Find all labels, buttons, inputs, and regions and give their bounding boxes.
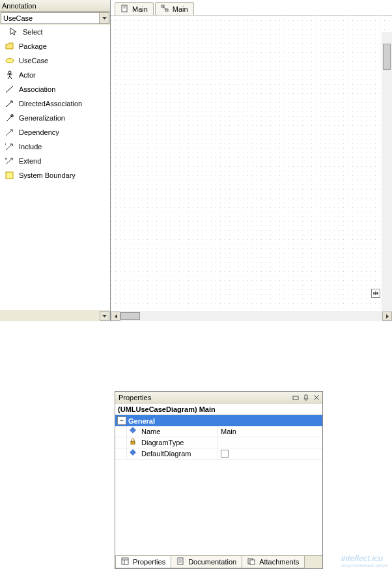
- svg-line-20: [163, 7, 167, 9]
- scrollbar-thumb[interactable]: [383, 44, 391, 70]
- scroll-right-button[interactable]: [382, 312, 392, 321]
- diagram-canvas[interactable]: [111, 16, 392, 311]
- tab-label: Attachments: [259, 558, 299, 566]
- dropdown-arrow-icon[interactable]: [99, 13, 109, 23]
- svg-text:i: i: [5, 142, 6, 146]
- lock-icon: [130, 438, 139, 447]
- property-row-name[interactable]: Name Main: [115, 426, 322, 437]
- svg-rect-18: [161, 5, 164, 7]
- palette-item-label: Actor: [19, 71, 36, 79]
- svg-line-4: [8, 76, 10, 79]
- dependency-icon: [5, 128, 14, 137]
- checkbox[interactable]: [221, 450, 229, 458]
- palette-item-list: Select Package UseCase Actor Association: [0, 25, 110, 310]
- palette-item-association[interactable]: Association: [0, 82, 110, 96]
- svg-line-8: [7, 117, 11, 121]
- tab-properties[interactable]: Properties: [115, 556, 171, 568]
- palette-item-directed-association[interactable]: DirectedAssociation: [0, 96, 110, 111]
- svg-rect-37: [250, 560, 255, 564]
- palette-item-dependency[interactable]: Dependency: [0, 125, 110, 139]
- palette-header: Annotation: [0, 0, 110, 12]
- palette-item-include[interactable]: i Include: [0, 139, 110, 154]
- generalization-icon: [5, 113, 14, 123]
- tab-label: Properties: [133, 558, 165, 566]
- directed-association-icon: [5, 99, 14, 108]
- diagram-tab-bar: Main Main: [111, 0, 392, 16]
- scrollbar-thumb[interactable]: [120, 312, 140, 320]
- palette-item-label: UseCase: [19, 57, 48, 65]
- page-icon: [120, 5, 130, 14]
- category-row-general[interactable]: − General: [115, 415, 322, 426]
- document-icon: [176, 557, 186, 566]
- diagram-tab-main-2[interactable]: Main: [155, 2, 194, 15]
- palette-item-actor[interactable]: Actor: [0, 68, 110, 82]
- rectangle-icon: [5, 171, 14, 180]
- property-value-cell[interactable]: Main: [218, 426, 322, 437]
- scroll-left-button[interactable]: [111, 312, 120, 321]
- svg-line-10: [6, 144, 12, 150]
- actor-icon: [5, 70, 14, 80]
- property-row-defaultdiagram[interactable]: DefaultDiagram: [115, 448, 322, 460]
- tab-attachments[interactable]: Attachments: [242, 556, 305, 568]
- palette-item-extend[interactable]: e Extend: [0, 154, 110, 168]
- canvas-grid: [111, 16, 392, 311]
- category-label: General: [128, 417, 155, 425]
- svg-rect-19: [165, 9, 168, 11]
- palette-scroll-down-button[interactable]: [100, 311, 109, 321]
- close-icon[interactable]: [312, 393, 321, 402]
- svg-line-6: [6, 86, 13, 93]
- scroll-track[interactable]: [120, 312, 382, 321]
- properties-bottom-tabs: Properties Documentation Attachments: [115, 555, 322, 568]
- palette-item-label: Association: [19, 85, 55, 93]
- palette-category-dropdown[interactable]: UseCase: [1, 12, 109, 24]
- palette-item-label: DirectedAssociation: [19, 100, 82, 108]
- properties-object-label: (UMLUseCaseDiagram) Main: [115, 403, 322, 415]
- palette-item-label: Include: [19, 143, 42, 151]
- window-position-button[interactable]: [291, 393, 300, 402]
- tab-label: Main: [173, 5, 188, 13]
- canvas-vertical-scrollbar[interactable]: [382, 32, 392, 311]
- property-row-diagramtype[interactable]: DiagramType: [115, 437, 322, 448]
- diagram-canvas-area: Main Main: [111, 0, 392, 321]
- palette-item-label: Select: [23, 28, 43, 36]
- palette-item-label: Package: [19, 42, 47, 50]
- palette-item-select[interactable]: Select: [0, 25, 110, 39]
- oval-icon: [5, 56, 14, 65]
- property-name-cell: DefaultDiagram: [127, 448, 218, 459]
- watermark: intellect.icu искусственный разум: [341, 553, 388, 568]
- svg-line-5: [10, 76, 12, 79]
- blue-diamond-icon: [130, 427, 139, 436]
- svg-rect-25: [293, 396, 298, 400]
- properties-icon: [121, 557, 130, 566]
- collapse-toggle-icon[interactable]: −: [117, 416, 126, 425]
- palette-item-generalization[interactable]: Generalization: [0, 111, 110, 125]
- palette-item-usecase[interactable]: UseCase: [0, 53, 110, 68]
- svg-rect-14: [6, 172, 13, 179]
- svg-line-9: [6, 130, 12, 136]
- canvas-horizontal-scrollbar[interactable]: [111, 311, 392, 321]
- panel-title: Properties: [117, 394, 290, 401]
- property-name-cell: DiagramType: [127, 437, 218, 448]
- tab-documentation[interactable]: Documentation: [171, 556, 242, 568]
- palette-item-label: System Boundary: [19, 171, 76, 179]
- cursor-icon: [9, 27, 18, 36]
- svg-line-7: [6, 101, 12, 107]
- property-value-cell[interactable]: [218, 448, 322, 459]
- folder-icon: [5, 42, 14, 51]
- diagram-tab-main-1[interactable]: Main: [115, 2, 154, 15]
- extend-icon: e: [5, 156, 14, 166]
- tab-label: Documentation: [188, 558, 236, 566]
- attachment-icon: [247, 557, 257, 566]
- palette-item-label: Dependency: [19, 128, 59, 136]
- palette-item-label: Generalization: [19, 114, 65, 122]
- svg-point-1: [8, 71, 11, 74]
- properties-panel: Properties (UMLUseCaseDiagram) Main − Ge…: [115, 391, 323, 569]
- palette-item-system-boundary[interactable]: System Boundary: [0, 168, 110, 182]
- properties-titlebar: Properties: [115, 392, 322, 403]
- palette-item-package[interactable]: Package: [0, 39, 110, 53]
- dropdown-value: UseCase: [1, 13, 99, 23]
- pin-icon[interactable]: [301, 393, 311, 402]
- canvas-expand-button[interactable]: [371, 289, 380, 298]
- palette-footer: [0, 310, 110, 321]
- diagram-icon: [161, 5, 170, 14]
